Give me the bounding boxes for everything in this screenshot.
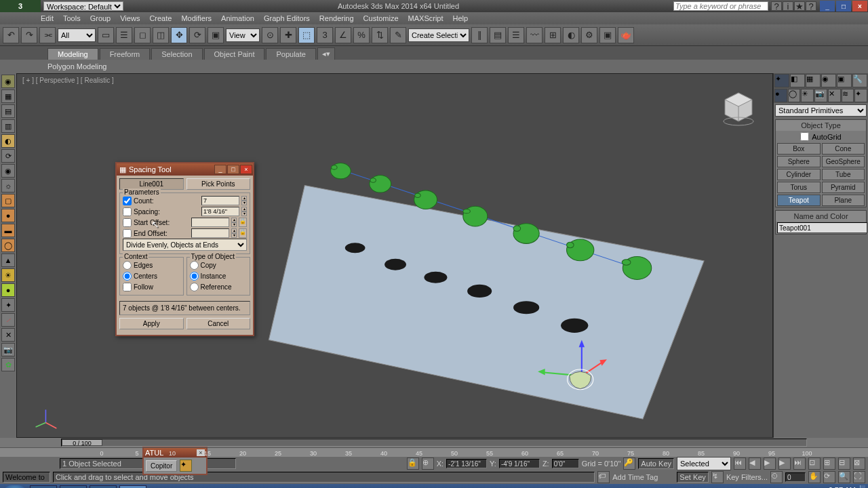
show-desktop-button[interactable] <box>860 485 865 488</box>
orbit-icon[interactable]: ⟳ <box>823 471 835 483</box>
keyfilter-icon[interactable]: ↯ <box>711 471 724 483</box>
timetag-icon[interactable]: 🏷 <box>597 471 610 483</box>
menu-create[interactable]: Create <box>149 14 172 22</box>
menu-modifiers[interactable]: Modifiers <box>181 14 212 22</box>
count-down[interactable]: ▾ <box>241 201 247 205</box>
lt-sphere2-icon[interactable]: ● <box>1 283 15 297</box>
media-taskbtn[interactable] <box>90 485 117 488</box>
lt-cone-icon[interactable]: ▲ <box>1 253 15 267</box>
box-button[interactable]: Box <box>777 143 821 155</box>
autogrid-checkbox[interactable] <box>800 132 809 141</box>
helpers-icon[interactable]: ✕ <box>828 89 841 102</box>
tab-populate[interactable]: Populate <box>266 48 315 60</box>
addtag-label[interactable]: Add Time Tag <box>612 473 658 481</box>
start-button[interactable] <box>3 485 27 488</box>
lights-icon[interactable]: ☀ <box>801 89 814 102</box>
keyfilters-button[interactable]: Key Filters... <box>726 473 768 481</box>
end-checkbox[interactable] <box>123 229 132 238</box>
setkey-button[interactable]: Set Key <box>677 472 709 483</box>
menu-edit[interactable]: Edit <box>41 14 54 22</box>
lt-camera-icon[interactable]: 📷 <box>1 343 15 357</box>
undo-icon[interactable]: ↶ <box>3 27 19 43</box>
render-icon[interactable]: 🫖 <box>618 27 634 43</box>
lt-1-icon[interactable]: ◉ <box>1 75 15 88</box>
dialog-close-button[interactable]: × <box>240 165 252 174</box>
ref-coord[interactable]: View <box>226 28 260 42</box>
workspace-selector[interactable]: Workspace: Default <box>43 1 123 11</box>
menu-tools[interactable]: Tools <box>63 14 81 22</box>
maximize-vp-icon[interactable]: ⛶ <box>853 471 865 483</box>
lt-box-icon[interactable]: ▢ <box>1 194 15 207</box>
count-up[interactable]: ▴ <box>241 196 247 201</box>
link-icon[interactable]: ⫘ <box>39 27 56 43</box>
cancel-button[interactable]: Cancel <box>186 318 251 329</box>
select-icon[interactable]: ▭ <box>98 27 114 43</box>
objtype-header[interactable]: Object Type <box>776 120 866 131</box>
tab-selection[interactable]: Selection <box>151 48 202 60</box>
spacing-down[interactable]: ▾ <box>241 211 247 216</box>
cylinder-button[interactable]: Cylinder <box>777 169 821 180</box>
lt-6-icon[interactable]: ⟳ <box>1 149 15 163</box>
lt-7-icon[interactable]: ◉ <box>1 164 15 178</box>
curve-editor-icon[interactable]: 〰 <box>526 27 542 43</box>
end-lock-icon[interactable]: 🔒 <box>239 228 247 238</box>
pan-icon[interactable]: ✋ <box>808 471 821 483</box>
zoom-icon[interactable]: 🔍 <box>838 471 850 483</box>
lt-bone-icon[interactable]: ⟋ <box>1 313 15 327</box>
motion-tab-icon[interactable]: ◉ <box>821 74 836 87</box>
lt-light-icon[interactable]: ☀ <box>1 268 15 282</box>
menu-animation[interactable]: Animation <box>221 14 254 22</box>
explorer-taskbtn[interactable] <box>60 485 87 488</box>
shapes-icon[interactable]: ◯ <box>788 89 801 102</box>
geosphere-button[interactable]: GeoSphere <box>822 156 865 167</box>
geometry-icon[interactable]: ● <box>774 89 787 102</box>
named-sel-icon[interactable]: ✎ <box>390 27 406 43</box>
tab-objectpaint[interactable]: Object Paint <box>204 48 265 60</box>
time-slider[interactable]: 0 / 100 <box>61 439 807 447</box>
start-lock-icon[interactable]: 🔒 <box>239 218 247 227</box>
lt-3-icon[interactable]: ▤ <box>1 104 15 118</box>
apply-button[interactable]: Apply <box>119 318 184 329</box>
spacewarps-icon[interactable]: ≋ <box>842 89 854 102</box>
rotate-icon[interactable]: ⟳ <box>189 27 205 43</box>
cone-button[interactable]: Cone <box>822 143 865 155</box>
namecolor-header[interactable]: Name and Color <box>776 211 866 222</box>
star-icon[interactable]: ★ <box>794 1 805 11</box>
lt-helper-icon[interactable]: ✕ <box>1 328 15 342</box>
nav1-icon[interactable]: ⊡ <box>808 458 821 470</box>
snap3-icon[interactable]: 3 <box>317 27 333 43</box>
teapot-button[interactable]: Teapot <box>777 195 821 206</box>
menu-help[interactable]: Help <box>453 14 469 22</box>
viewcube[interactable] <box>718 87 759 128</box>
timeconfig-icon[interactable]: ⏲ <box>770 471 783 483</box>
create-tab-icon[interactable]: ✦ <box>774 74 789 87</box>
torus-button[interactable]: Torus <box>777 182 821 193</box>
edges-radio[interactable] <box>123 261 132 270</box>
pick-points-button[interactable]: Pick Points <box>186 178 251 190</box>
modify-tab-icon[interactable]: ◧ <box>790 74 805 87</box>
end-input[interactable] <box>191 228 229 238</box>
close-button[interactable]: × <box>852 1 867 12</box>
count-input[interactable] <box>201 196 239 205</box>
minimize-button[interactable]: _ <box>820 1 835 12</box>
maxscript-mini[interactable] <box>3 472 50 483</box>
time-ruler[interactable]: 0510 152025 303540 455055 606570 758085 … <box>0 447 868 457</box>
selection-filter[interactable]: All <box>58 28 96 42</box>
spacing-up[interactable]: ▴ <box>241 207 247 211</box>
copy-radio[interactable] <box>190 261 199 270</box>
spacing-mode-select[interactable]: Divide Evenly, Objects at Ends <box>123 239 247 251</box>
menu-customize[interactable]: Customize <box>363 14 399 22</box>
lt-particle-icon[interactable]: ✦ <box>1 298 15 312</box>
lt-5-icon[interactable]: ◐ <box>1 134 15 148</box>
named-selection[interactable]: Create Selection Se <box>408 28 469 42</box>
spacing-input[interactable] <box>201 207 239 216</box>
help-search[interactable] <box>673 1 768 11</box>
spacing-checkbox[interactable] <box>123 207 132 216</box>
max-taskbtn[interactable] <box>119 485 146 488</box>
nav3-icon[interactable]: ⊟ <box>838 458 850 470</box>
help2-icon[interactable]: ? <box>806 1 816 11</box>
nav2-icon[interactable]: ⊞ <box>823 458 835 470</box>
follow-checkbox[interactable] <box>123 283 132 291</box>
end-down[interactable]: ▾ <box>231 233 237 238</box>
utilities-tab-icon[interactable]: 🔧 <box>852 74 867 87</box>
